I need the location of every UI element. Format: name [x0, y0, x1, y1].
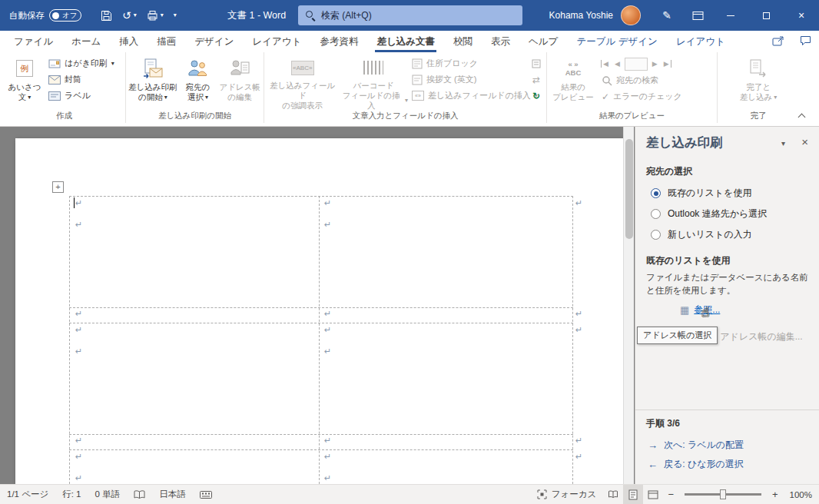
line-indicator[interactable]: 行: 1	[55, 485, 88, 504]
focus-mode-button[interactable]: フォーカス	[530, 485, 604, 504]
radio-icon	[651, 230, 661, 240]
tab-review[interactable]: 校閲	[444, 31, 482, 52]
save-icon	[101, 10, 112, 22]
edit-recipient-list-icon	[229, 58, 250, 79]
read-mode-icon	[608, 490, 618, 499]
zoom-slider[interactable]	[685, 493, 761, 496]
draw-ink-button[interactable]: ✎	[652, 0, 682, 31]
paragraph-mark: ↵	[75, 472, 82, 483]
paragraph-mark: ↵	[324, 435, 331, 446]
labels-button[interactable]: ラベル	[45, 88, 118, 104]
ribbon: 例 あいさつ 文▾ はがき印刷 ▾ 封筒 ラベル 作成	[0, 52, 819, 127]
text-cursor	[74, 197, 75, 208]
paragraph-mark: ↵	[575, 435, 582, 446]
save-button[interactable]	[97, 4, 116, 27]
right-arrow-icon: →	[648, 439, 658, 451]
tab-file[interactable]: ファイル	[5, 31, 62, 52]
user-name[interactable]: Kohama Yoshie	[549, 10, 613, 21]
greeting-line-button: 挨拶文 (英文)	[408, 71, 528, 88]
start-mail-merge-button[interactable]: 差し込み印刷 の開始▾	[128, 54, 178, 111]
document-workspace: + ↵↵↵↵↵↵↵↵↵↵↵↵↵↵↵↵↵↵↵↵↵ 差し込み印刷 ▾ × 宛先の選択…	[0, 127, 819, 484]
quick-print-button[interactable]: ▾	[143, 4, 167, 27]
tab-mailings[interactable]: 差し込み文書	[367, 31, 444, 52]
radio-type-new-list[interactable]: 新しいリストの入力	[651, 228, 752, 241]
ribbon-group-finish: 完了と 差し込み▾ 完了	[718, 52, 799, 123]
task-pane-menu-button[interactable]: ▾	[781, 139, 785, 148]
minimize-button[interactable]	[713, 0, 748, 31]
focus-icon	[537, 489, 547, 499]
match-fields-icon: ⇄	[532, 75, 540, 85]
radio-icon	[651, 209, 661, 219]
hagaki-print-button[interactable]: はがき印刷 ▾	[45, 55, 118, 71]
tab-help[interactable]: ヘルプ	[519, 31, 567, 52]
read-mode-button[interactable]	[603, 485, 623, 504]
vertical-scrollbar[interactable]	[623, 127, 634, 484]
scrollbar-thumb[interactable]	[625, 139, 633, 239]
maximize-button[interactable]	[748, 0, 784, 31]
label-icon	[48, 91, 61, 101]
check-icon: ✓	[602, 91, 609, 102]
word-count[interactable]: 0 単語	[88, 485, 128, 504]
wizard-back-link[interactable]: ← 戻る: ひな形の選択	[648, 458, 744, 471]
search-box[interactable]: 検索 (Alt+Q)	[298, 5, 522, 25]
zoom-in-button[interactable]: +	[768, 489, 783, 500]
ime-status[interactable]	[193, 485, 219, 504]
web-layout-button[interactable]	[643, 485, 663, 504]
tab-insert[interactable]: 挿入	[110, 31, 148, 52]
ribbon-display-options-button[interactable]	[682, 0, 713, 31]
radio-outlook-contacts[interactable]: Outlook 連絡先から選択	[651, 207, 767, 220]
keyboard-icon	[200, 491, 212, 499]
tab-references[interactable]: 参考資料	[310, 31, 367, 52]
envelope-button[interactable]: 封筒	[45, 71, 118, 88]
table-move-handle[interactable]: +	[52, 181, 64, 193]
pen-icon: ✎	[662, 10, 671, 21]
tab-draw[interactable]: 描画	[148, 31, 185, 52]
wizard-next-link[interactable]: → 次へ: ラベルの配置	[648, 439, 744, 452]
paragraph-mark: ↵	[75, 324, 82, 335]
table-border	[319, 196, 320, 484]
share-button[interactable]	[772, 35, 784, 48]
paragraph-mark: ↵	[75, 435, 82, 446]
envelope-icon	[48, 75, 61, 85]
page-indicator[interactable]: 1/1 ページ	[0, 485, 55, 504]
hand-cursor: ☝	[701, 304, 709, 320]
language-indicator[interactable]: 日本語	[152, 485, 193, 504]
tab-layout[interactable]: レイアウト	[243, 31, 310, 52]
tab-design[interactable]: デザイン	[185, 31, 243, 52]
avatar[interactable]	[621, 5, 641, 25]
tab-table-layout[interactable]: レイアウト	[667, 31, 734, 52]
highlight-merge-fields-button: «ABC» 差し込みフィールド の強調表示	[266, 54, 339, 111]
autosave-toggle[interactable]: オフ	[49, 9, 81, 22]
window-icon	[692, 11, 704, 21]
undo-button[interactable]: ↺ ▾	[118, 4, 141, 27]
zoom-out-button[interactable]: −	[663, 489, 678, 500]
ribbon-group-preview-results: « » ABC 結果の プレビュー ◀ ◀ ▶ ▶ 宛先の検索	[547, 52, 718, 123]
close-button[interactable]: ×	[784, 0, 819, 31]
ribbon-group-write-insert-fields: «ABC» 差し込みフィールド の強調表示 バーコード フィールドの挿入▾ 住所…	[264, 52, 547, 123]
ribbon-group-start-mail-merge: 差し込み印刷 の開始▾ 宛先の 選択▾	[126, 52, 264, 123]
edit-recipient-list-button: アドレス帳 の編集	[217, 54, 262, 111]
task-pane-close-button[interactable]: ×	[801, 136, 808, 148]
zoom-slider-thumb[interactable]	[720, 489, 726, 499]
customize-quick-access-button[interactable]: ▾	[170, 4, 181, 27]
collapse-ribbon-button[interactable]	[794, 111, 808, 121]
zoom-level[interactable]: 100%	[783, 485, 819, 504]
tab-table-design[interactable]: テーブル デザイン	[567, 31, 667, 52]
greeting-text-button[interactable]: 例 あいさつ 文▾	[5, 54, 45, 111]
chevron-down-icon: ▾	[205, 94, 208, 101]
last-record-button: ▶	[662, 60, 671, 68]
tab-view[interactable]: 表示	[482, 31, 519, 52]
update-labels-button[interactable]: ↻	[528, 88, 545, 104]
table-border	[69, 449, 573, 450]
proofing-status[interactable]	[127, 485, 152, 504]
tab-home[interactable]: ホーム	[62, 31, 110, 52]
postcard-icon	[48, 58, 61, 69]
select-recipients-button[interactable]: 宛先の 選択▾	[178, 54, 218, 111]
group-label-preview-results: 結果のプレビュー	[547, 111, 717, 121]
ribbon-tab-row: ファイル ホーム 挿入 描画 デザイン レイアウト 参考資料 差し込み文書 校閲…	[0, 31, 819, 52]
document-page[interactable]: + ↵↵↵↵↵↵↵↵↵↵↵↵↵↵↵↵↵↵↵↵↵	[15, 138, 624, 484]
radio-use-existing-list[interactable]: 既存のリストを使用	[651, 187, 751, 200]
browse-link[interactable]: ▦ 参照...	[680, 303, 720, 317]
comments-button[interactable]	[800, 35, 811, 48]
print-layout-button[interactable]	[623, 485, 643, 504]
